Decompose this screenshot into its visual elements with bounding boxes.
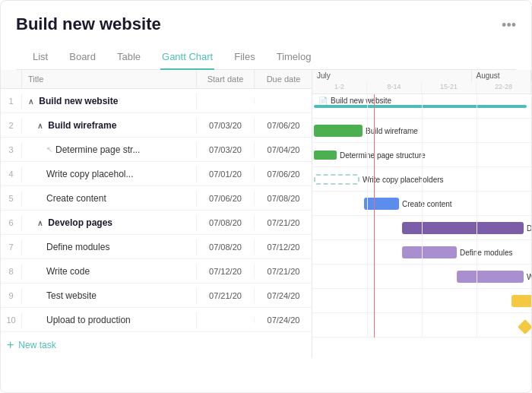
gantt-diamond	[518, 319, 531, 334]
row-number: 1	[1, 93, 22, 109]
gantt-row-9: Test ...	[312, 289, 531, 313]
gantt-weeks: 1-2 8-14 15-21 22-28	[312, 81, 531, 93]
gantt-months: July August	[312, 70, 531, 82]
row-start: 07/08/20	[197, 239, 255, 255]
week-4: 22-28	[477, 81, 531, 93]
gantt-row-6: Develop pages	[312, 216, 531, 240]
row-start: 07/21/20	[197, 288, 255, 303]
gantt-body: 📄Build new website Build wireframe Deter…	[312, 94, 531, 338]
row-due: 07/24/20	[255, 288, 312, 303]
table-row[interactable]: 5 Create content 07/06/20 07/08/20	[1, 186, 312, 211]
tab-board[interactable]: Board	[68, 45, 97, 70]
gantt-bar-label: Develop pages	[527, 223, 531, 232]
row-title: ∧ Build wireframe	[22, 117, 197, 134]
gantt-bar-label: Write copy placeholders	[363, 175, 444, 183]
row-start: 07/08/20	[197, 215, 255, 230]
table-row[interactable]: 10 Upload to production 07/24/20	[1, 308, 312, 332]
row-number: 6	[1, 215, 22, 230]
gantt-bar-dashed	[314, 174, 359, 185]
gantt-bar-label: Define modules	[460, 248, 512, 256]
project-title: Build new website	[16, 14, 161, 34]
today-line	[374, 94, 375, 338]
col-header-start: Start date	[197, 70, 255, 88]
col-header-due: Due date	[255, 70, 312, 88]
row-start	[197, 98, 255, 104]
row-number: 2	[1, 118, 22, 133]
row-number: 3	[1, 142, 22, 157]
row-number: 8	[1, 264, 22, 279]
gantt-row-5: Create content	[312, 192, 531, 216]
row-title: ∧ Build new website	[22, 93, 197, 109]
tab-gantt[interactable]: Gantt Chart	[160, 45, 214, 70]
row-due: 07/08/20	[255, 191, 312, 206]
row-due: 07/12/20	[255, 239, 312, 255]
row-number: 5	[1, 191, 22, 206]
gantt-bar-label: Determine page structure	[340, 151, 426, 159]
gantt-bar	[364, 198, 399, 210]
row-start: 07/01/20	[197, 166, 255, 182]
new-task-label: New task	[18, 340, 55, 350]
row-due: 07/04/20	[255, 142, 312, 157]
row-due: 07/24/20	[255, 312, 312, 328]
col-header-num	[1, 70, 22, 88]
week-2: 8-14	[367, 81, 422, 93]
gantt-header: July August 1-2 8-14 15-21 22-28	[312, 70, 531, 94]
row-due: 07/21/20	[255, 215, 312, 230]
tab-files[interactable]: Files	[233, 45, 256, 70]
plus-icon: +	[7, 338, 14, 352]
row-number: 4	[1, 166, 22, 182]
row-due	[255, 98, 312, 104]
row-start: 07/03/20	[197, 142, 255, 157]
week-1: 1-2	[312, 81, 367, 93]
row-start	[197, 317, 255, 323]
gantt-bar-label: 📄Build new website	[318, 96, 391, 104]
row-start: 07/12/20	[197, 264, 255, 279]
table-row[interactable]: 7 Define modules 07/08/20 07/12/20	[1, 235, 312, 259]
table-section: Title Start date Due date 1 ∧ Build new …	[1, 70, 312, 358]
new-task-row[interactable]: + New task	[1, 332, 312, 358]
week-3: 15-21	[422, 81, 477, 93]
table-row[interactable]: 8 Write code 07/12/20 07/21/20	[1, 259, 312, 284]
row-due: 07/06/20	[255, 166, 312, 182]
row-start: 07/06/20	[197, 191, 255, 206]
more-options-icon[interactable]: •••	[502, 17, 516, 33]
gantt-bar-label: Create content	[402, 199, 452, 208]
gantt-row-8: Write code	[312, 265, 531, 289]
gantt-row-10	[312, 313, 531, 338]
row-title: Test website	[22, 287, 197, 304]
row-title: Define modules	[22, 239, 197, 255]
row-due: 07/06/20	[255, 118, 312, 133]
table-row[interactable]: 1 ∧ Build new website	[1, 89, 312, 113]
row-title: ∧ Develop pages	[22, 214, 197, 231]
month-august: August	[472, 70, 532, 82]
row-number: 9	[1, 288, 22, 303]
month-july: July	[312, 70, 472, 82]
project-bar	[314, 105, 527, 108]
table-row[interactable]: 2 ∧ Build wireframe 07/03/20 07/06/20	[1, 113, 312, 138]
gantt-row-2: Build wireframe	[312, 119, 531, 143]
row-number: 10	[1, 312, 22, 328]
table-row[interactable]: 3 ↖ Determine page str... 07/03/20 07/04…	[1, 138, 312, 162]
gantt-bar	[314, 125, 363, 137]
gantt-row-7: Define modules	[312, 240, 531, 265]
gantt-bar	[457, 271, 524, 283]
tab-list[interactable]: List	[31, 45, 49, 70]
tab-bar: List Board Table Gantt Chart Files Timel…	[16, 45, 516, 70]
row-title: Create content	[22, 190, 197, 207]
row-number: 7	[1, 239, 22, 255]
gantt-bar	[402, 222, 524, 234]
gantt-bar	[511, 295, 531, 307]
tab-table[interactable]: Table	[116, 45, 142, 70]
table-row[interactable]: 4 Write copy placehol... 07/01/20 07/06/…	[1, 162, 312, 186]
row-title: Upload to production	[22, 312, 197, 328]
gantt-bar-label: Write code	[527, 272, 531, 280]
table-row[interactable]: 9 Test website 07/21/20 07/24/20	[1, 284, 312, 308]
gantt-row-3: Determine page structure	[312, 143, 531, 167]
gantt-bar	[314, 151, 337, 160]
row-title: ↖ Determine page str...	[22, 141, 197, 158]
tab-timelog[interactable]: Timelog	[275, 45, 313, 70]
table-row[interactable]: 6 ∧ Develop pages 07/08/20 07/21/20	[1, 211, 312, 235]
row-title: Write code	[22, 263, 197, 280]
col-header-title: Title	[22, 70, 197, 88]
gantt-bar	[402, 246, 457, 258]
